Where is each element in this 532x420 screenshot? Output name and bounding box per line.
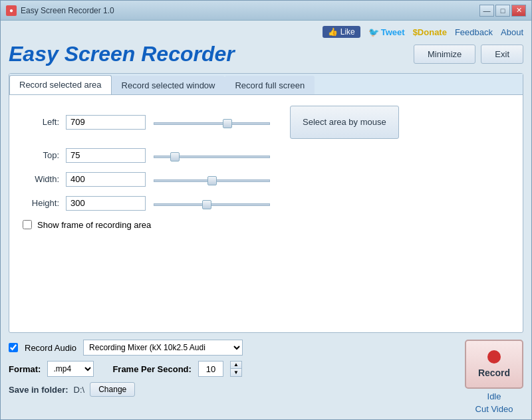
app-icon: ● — [6, 5, 17, 16]
record-dot-icon — [487, 350, 501, 364]
record-audio-label: Record Audio — [25, 343, 76, 353]
folder-path: D:\ — [74, 385, 85, 395]
bottom-area: Record Audio Recording Mixer (kX 10k2.5 … — [9, 340, 523, 414]
format-select[interactable]: .mp4 — [47, 361, 94, 377]
close-window-button[interactable]: ✕ — [511, 5, 526, 17]
titlebar: ● Easy Screen Recorder 1.0 — □ ✕ — [1, 1, 531, 21]
record-audio-checkbox[interactable] — [9, 343, 18, 352]
main-window: ● Easy Screen Recorder 1.0 — □ ✕ 👍 Like … — [0, 0, 532, 420]
panel-content: Left: Select area by mouse Top: — [9, 95, 523, 332]
audio-row: Record Audio Recording Mixer (kX 10k2.5 … — [9, 340, 452, 356]
tab-bar: Record selected area Record selected win… — [9, 74, 523, 95]
top-input[interactable] — [66, 148, 146, 163]
maximize-window-button[interactable]: □ — [495, 5, 510, 17]
left-input[interactable] — [66, 115, 146, 130]
width-input[interactable] — [66, 172, 146, 187]
top-row: Top: — [23, 148, 509, 163]
tab-selected-window[interactable]: Record selected window — [112, 76, 225, 94]
height-row: Height: — [23, 196, 509, 211]
like-link[interactable]: 👍 Like — [323, 26, 360, 38]
height-slider-container — [154, 198, 270, 208]
width-label: Width: — [23, 174, 59, 184]
about-link[interactable]: About — [501, 27, 523, 37]
left-slider-container — [154, 117, 270, 127]
top-label: Top: — [23, 150, 59, 160]
left-row: Left: Select area by mouse — [23, 106, 509, 139]
app-title: Easy Screen Recorder — [9, 42, 235, 66]
width-slider-container — [154, 174, 270, 184]
show-frame-checkbox[interactable] — [23, 220, 32, 229]
fps-up-button[interactable]: ▲ — [231, 362, 241, 369]
donate-link[interactable]: $Donate — [413, 27, 447, 37]
window-title: Easy Screen Recorder 1.0 — [21, 6, 479, 15]
height-label: Height: — [23, 198, 59, 208]
record-panel: Record selected area Record selected win… — [9, 73, 523, 333]
top-slider[interactable] — [154, 156, 270, 158]
width-row: Width: — [23, 172, 509, 187]
exit-button[interactable]: Exit — [481, 45, 523, 64]
idle-status: Idle — [487, 391, 501, 401]
save-folder-row: Save in folder: D:\ Change — [9, 382, 452, 397]
height-input[interactable] — [66, 196, 146, 211]
record-button[interactable]: Record — [465, 340, 523, 389]
bottom-right: Record Idle Cut Video — [465, 340, 523, 414]
fps-label: Frame Per Second: — [112, 364, 192, 374]
format-fps-row: Format: .mp4 Frame Per Second: ▲ ▼ — [9, 361, 452, 377]
header-buttons: Minimize Exit — [414, 45, 523, 64]
titlebar-controls: — □ ✕ — [479, 5, 526, 17]
save-folder-label: Save in folder: — [9, 385, 68, 395]
left-label: Left: — [23, 117, 59, 127]
fps-spinner: ▲ ▼ — [230, 361, 242, 377]
fps-input[interactable] — [198, 361, 223, 377]
top-slider-container — [154, 150, 270, 160]
audio-device-select[interactable]: Recording Mixer (kX 10k2.5 Audi — [83, 340, 243, 356]
format-label: Format: — [9, 364, 41, 374]
twitter-icon: 🐦 — [368, 27, 379, 37]
show-frame-label: Show frame of recording area — [37, 220, 151, 230]
minimize-window-button[interactable]: — — [479, 5, 494, 17]
fps-down-button[interactable]: ▼ — [231, 369, 241, 376]
topbar: 👍 Like 🐦 Tweet $Donate Feedback About — [9, 26, 523, 38]
feedback-link[interactable]: Feedback — [455, 27, 493, 37]
tweet-link[interactable]: 🐦 Tweet — [368, 27, 405, 37]
cut-video-link[interactable]: Cut Video — [475, 404, 513, 414]
main-content: 👍 Like 🐦 Tweet $Donate Feedback About Ea… — [1, 21, 531, 419]
minimize-button[interactable]: Minimize — [414, 45, 475, 64]
height-slider[interactable] — [154, 203, 270, 206]
show-frame-row: Show frame of recording area — [23, 220, 509, 230]
change-folder-button[interactable]: Change — [90, 382, 135, 397]
tab-selected-area[interactable]: Record selected area — [9, 75, 112, 94]
thumbsup-icon: 👍 — [328, 27, 338, 37]
select-area-button[interactable]: Select area by mouse — [290, 106, 399, 139]
header-row: Easy Screen Recorder Minimize Exit — [9, 42, 523, 66]
tab-full-screen[interactable]: Record full screen — [225, 76, 315, 94]
left-slider[interactable] — [154, 122, 270, 125]
bottom-left: Record Audio Recording Mixer (kX 10k2.5 … — [9, 340, 452, 397]
record-label: Record — [478, 368, 510, 378]
width-slider[interactable] — [154, 179, 270, 182]
